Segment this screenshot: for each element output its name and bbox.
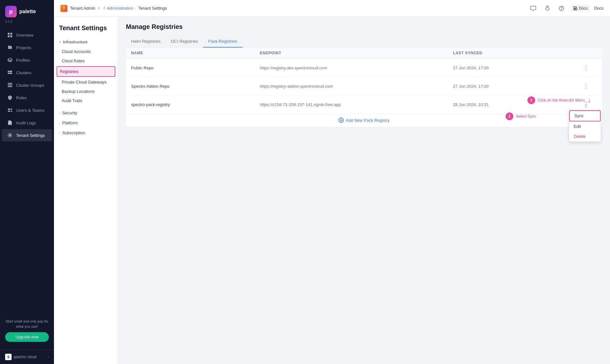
page-content: Manage Registries Helm Registries OCI Re… [118,17,610,364]
servers-icon [7,82,13,88]
sidebar-item-overview[interactable]: Overview [2,29,52,41]
docs-badge-label: Docs [579,6,588,11]
svg-rect-3 [10,35,12,37]
svg-rect-2 [8,35,10,37]
sidebar-item-audit-logs[interactable]: Audit Logs [2,117,52,129]
sidebar-bottom: Start small and only pay for what you us… [0,314,54,347]
svg-point-11 [8,108,10,110]
nav-private-cloud-gateways[interactable]: Private Cloud Gateways [54,77,118,87]
callout-2-number: 2 [506,112,513,120]
row2-menu-button[interactable]: ⋮ [582,82,591,91]
sidebar-brand: S spectro cloud ‹ [0,350,54,364]
docs-text-link[interactable]: Docs [594,6,604,11]
context-menu: Sync Edit Delete [569,110,601,142]
add-new-registry-button[interactable]: Add New Pack Registry [339,118,390,123]
svg-rect-8 [8,83,12,84]
left-panel-title: Tenant Settings [54,21,118,37]
col-last-synced: Last Synced [453,51,582,55]
section-infrastructure[interactable]: ▾ Infrastructure [54,37,118,47]
row1-endpoint: https://registry.dev.spectrocloud.com [260,66,453,70]
nav-registries-active[interactable]: Registries [57,66,115,77]
tab-helm-registries[interactable]: Helm Registries [126,36,166,48]
section-security-label: Security [62,111,77,115]
svg-point-16 [9,135,11,136]
upgrade-button[interactable]: Upgrade now [5,332,49,342]
sidebar-item-clusters[interactable]: Clusters [2,67,52,79]
tenant-name: Tenant Admin [70,6,95,11]
section-platform[interactable]: › Platform [54,118,118,128]
svg-rect-1 [10,33,12,35]
nav-cloud-accounts[interactable]: Cloud Accounts [54,47,118,56]
tab-pack-registries[interactable]: Pack Registries [203,36,242,48]
tenant-icon: T [60,5,67,12]
callout-1-number: 1 [527,96,535,104]
section-security[interactable]: › Security [54,108,118,118]
table-row: Public Repo https://registry.dev.spectro… [126,59,602,77]
section-subscription-label: Subscription [62,130,85,135]
docs-badge[interactable]: Docs [570,5,590,12]
breadcrumb-parent[interactable]: Administration [107,6,133,11]
svg-rect-0 [8,33,10,35]
section-platform-label: Platform [62,120,78,125]
nav-backup-locations[interactable]: Backup Locations [54,87,118,96]
sidebar-item-tenant-settings-label: Tenant Settings [16,133,45,138]
content-area: Tenant Settings ▾ Infrastructure Cloud A… [54,17,610,364]
topbar: T Tenant Admin ▾ / Administration / Tena… [54,0,610,17]
breadcrumb-sep: / [135,6,137,11]
app-name: palette [19,9,36,14]
sidebar-item-cluster-groups[interactable]: Cluster Groups [2,79,52,91]
context-menu-delete[interactable]: Delete [569,131,601,141]
users-icon [7,107,13,113]
row3-endpoint: https://c15d-71-209-197-141.ngrok-free.a… [260,102,453,107]
sidebar-item-users-teams-label: Users & Teams [16,108,44,113]
chevron-down-icon: ▾ [59,40,61,44]
sidebar-logo: p palette [0,0,54,20]
chevron-right-icon3: › [59,131,60,135]
section-subscription[interactable]: › Subscription [54,128,118,138]
context-menu-sync[interactable]: Sync [569,110,601,121]
row2-name: Spectro Addon Repo [131,84,260,89]
row3-name: spectro-pack-registry [131,102,260,107]
row1-name: Public Repo [131,66,260,70]
file-text-icon [7,120,13,126]
bug-icon-button[interactable] [542,3,553,13]
settings-icon [7,132,13,138]
sidebar-item-projects-label: Projects [16,45,31,50]
server-icon [7,70,13,75]
callout-2-text: Select Sync [516,114,536,119]
nav-audit-trails[interactable]: Audit Trails [54,96,118,105]
section-infrastructure-label: Infrastructure [63,40,88,44]
tabs: Helm Registries OCI Registries Pack Regi… [126,36,602,48]
sidebar-item-tenant-settings[interactable]: Tenant Settings [2,129,52,141]
breadcrumb: / Administration / Tenant Settings [104,6,167,11]
help-icon-button[interactable] [556,3,567,13]
svg-point-24 [561,9,562,10]
upgrade-text: Start small and only pay for what you us… [5,319,49,329]
sidebar-item-profiles[interactable]: Profiles [2,54,52,66]
tenant-selector[interactable]: T Tenant Admin ▾ [60,5,100,12]
svg-line-21 [545,9,546,10]
shield-icon [7,95,13,101]
col-name: Name [131,51,260,55]
left-panel: Tenant Settings ▾ Infrastructure Cloud A… [54,17,118,364]
sidebar-item-cluster-groups-label: Cluster Groups [16,83,44,88]
main-area: T Tenant Admin ▾ / Administration / Tena… [54,0,610,364]
row2-endpoint: https://registry-addon.spectrocloud.com [260,84,453,89]
row1-synced: 27 Jun 2024, 17:00 [453,66,582,70]
tab-oci-registries[interactable]: OCI Registries [166,36,203,48]
context-menu-edit[interactable]: Edit [569,121,601,131]
row2-synced: 27 Jun 2024, 17:00 [453,84,582,89]
sidebar-item-roles[interactable]: Roles [2,92,52,104]
folder-icon [7,45,13,50]
sidebar-item-projects[interactable]: Projects [2,41,52,54]
sidebar: p palette 4.4.9 Overview Projects Profil… [0,0,54,364]
sidebar-item-profiles-label: Profiles [16,58,30,63]
app-logo-icon: p [5,6,17,17]
spectro-cloud-icon: S [5,354,12,360]
row1-menu-button[interactable]: ⋮ [582,63,591,72]
chat-icon-button[interactable] [528,3,538,13]
sidebar-item-users-teams[interactable]: Users & Teams [2,104,52,116]
nav-cloud-rates[interactable]: Cloud Rates [54,56,118,66]
sidebar-item-roles-label: Roles [16,95,27,100]
layers-icon [7,57,13,63]
